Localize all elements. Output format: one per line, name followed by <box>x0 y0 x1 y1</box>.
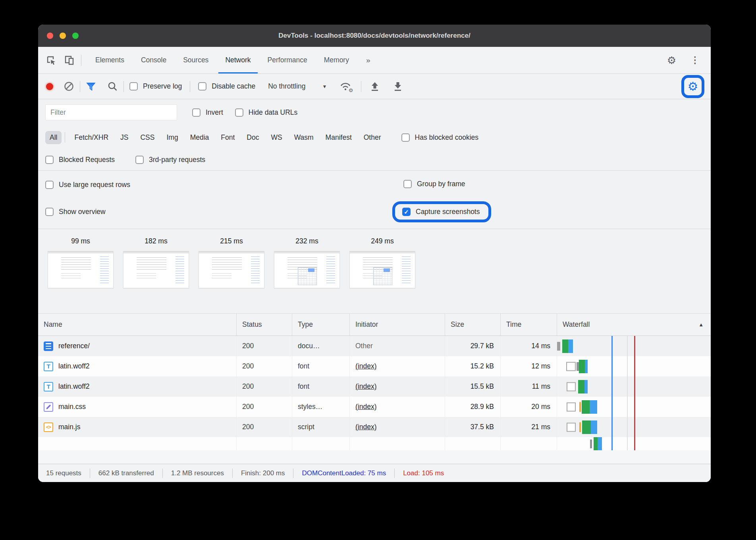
divider <box>361 81 361 92</box>
tab-elements[interactable]: Elements <box>87 47 133 73</box>
chip-font[interactable]: Font <box>216 131 239 144</box>
kebab-menu-icon[interactable]: ⋮ <box>690 56 700 65</box>
initiator-link[interactable]: (index) <box>355 423 377 431</box>
checkbox-label: Blocked Requests <box>59 156 115 164</box>
domcontentloaded-marker-line <box>611 336 613 450</box>
column-header-initiator[interactable]: Initiator <box>350 314 445 336</box>
disable-cache-checkbox[interactable]: ✓ Disable cache <box>198 82 255 91</box>
chip-ws[interactable]: WS <box>266 131 286 144</box>
chip-media[interactable]: Media <box>186 131 214 144</box>
request-name: latin.woff2 <box>58 382 89 391</box>
screenshot-thumbnail[interactable] <box>349 251 415 288</box>
filter-funnel-icon[interactable] <box>86 81 96 92</box>
screenshot-thumbnail[interactable] <box>123 251 189 288</box>
divider <box>162 469 163 478</box>
table-row-latin-woff2-1[interactable]: T latin.woff2 200 font (index) 15.2 kB 1… <box>38 356 711 376</box>
filter-input[interactable] <box>45 104 177 120</box>
preserve-log-checkbox[interactable]: ✓ Preserve log <box>129 82 182 91</box>
column-header-type[interactable]: Type <box>292 314 350 336</box>
summary-requests: 15 requests <box>46 469 81 477</box>
column-header-waterfall[interactable]: Waterfall ▲ <box>557 314 711 336</box>
has-blocked-cookies-checkbox[interactable]: ✓ Has blocked cookies <box>401 133 479 142</box>
checkbox-label: Invert <box>206 108 223 117</box>
group-by-frame-checkbox[interactable]: ✓ Group by frame <box>403 180 465 188</box>
device-toolbar-icon[interactable] <box>64 55 75 66</box>
chip-doc[interactable]: Doc <box>242 131 263 144</box>
network-settings-gear-highlighted[interactable]: ⚙ <box>681 75 704 98</box>
inspect-element-icon[interactable] <box>46 55 56 66</box>
checkbox-label: Group by frame <box>417 180 465 188</box>
request-time: 12 ms <box>501 356 557 376</box>
chip-all[interactable]: All <box>45 131 62 144</box>
network-conditions-icon[interactable]: ⚙ <box>339 81 352 93</box>
chip-img[interactable]: Img <box>162 131 182 144</box>
search-icon[interactable] <box>107 81 118 92</box>
desktop: { "window": { "title": "DevTools - local… <box>0 0 756 540</box>
request-time: 21 ms <box>501 417 557 437</box>
screenshot-thumbnail[interactable] <box>274 251 340 288</box>
tab-network[interactable]: Network <box>217 47 259 73</box>
throttling-value: No throttling <box>268 82 305 91</box>
initiator-link[interactable]: (index) <box>355 403 377 411</box>
divider <box>293 469 293 478</box>
third-party-requests-checkbox[interactable]: ✓ 3rd-party requests <box>135 156 205 164</box>
network-summary-bar: 15 requests 662 kB transferred 1.2 MB re… <box>38 464 711 482</box>
blocked-requests-checkbox[interactable]: ✓ Blocked Requests <box>45 156 115 164</box>
table-row-main-css[interactable]: main.css 200 styles… (index) 28.9 kB 20 … <box>38 397 711 417</box>
chip-other[interactable]: Other <box>359 131 386 144</box>
column-header-status[interactable]: Status <box>237 314 292 336</box>
chip-fetch-xhr[interactable]: Fetch/XHR <box>70 131 113 144</box>
screenshot-thumbnail[interactable] <box>199 251 264 288</box>
initiator-link[interactable]: (index) <box>355 362 377 370</box>
hide-data-urls-checkbox[interactable]: ✓ Hide data URLs <box>235 108 298 117</box>
checkbox-label: Hide data URLs <box>249 108 298 117</box>
table-row-main-js[interactable]: <> main.js 200 script (index) 37.5 kB 21… <box>38 417 711 437</box>
show-overview-checkbox[interactable]: ✓ Show overview <box>45 208 106 216</box>
column-header-name[interactable]: Name <box>38 314 237 336</box>
summary-finish: Finish: 200 ms <box>241 469 285 477</box>
invert-checkbox[interactable]: ✓ Invert <box>192 108 223 117</box>
tab-performance[interactable]: Performance <box>259 47 316 73</box>
use-large-request-rows-checkbox[interactable]: ✓ Use large request rows <box>45 181 130 189</box>
resource-type-filter-bar: All Fetch/XHR JS CSS Img Media Font Doc … <box>38 125 711 149</box>
chip-wasm[interactable]: Wasm <box>290 131 318 144</box>
font-file-icon: T <box>44 382 53 392</box>
import-har-icon[interactable] <box>370 81 380 92</box>
initiator-link[interactable]: (index) <box>355 382 377 391</box>
request-time: 11 ms <box>501 376 557 397</box>
checkbox-box: ✓ <box>192 108 201 117</box>
settings-gear-icon[interactable]: ⚙ <box>667 55 676 66</box>
request-name: latin.woff2 <box>58 362 89 370</box>
summary-resources: 1.2 MB resources <box>171 469 224 477</box>
record-network-log-button[interactable] <box>46 83 53 90</box>
request-size: 28.9 kB <box>445 397 501 417</box>
throttling-dropdown[interactable]: No throttling ▼ <box>268 82 327 91</box>
column-header-time[interactable]: Time <box>501 314 557 336</box>
table-row-latin-woff2-2[interactable]: T latin.woff2 200 font (index) 15.5 kB 1… <box>38 376 711 397</box>
request-size: 37.5 kB <box>445 417 501 437</box>
column-header-size[interactable]: Size <box>445 314 501 336</box>
screenshot-filmstrip: 99 ms 182 ms 215 ms 232 ms 249 ms <box>38 229 711 313</box>
tab-sources[interactable]: Sources <box>175 47 217 73</box>
divider <box>123 81 124 92</box>
window-titlebar[interactable]: DevTools - localhost:8080/docs/devtools/… <box>38 25 711 47</box>
chip-manifest[interactable]: Manifest <box>321 131 356 144</box>
tab-console[interactable]: Console <box>133 47 175 73</box>
divider <box>81 55 81 66</box>
export-har-icon[interactable] <box>393 81 403 92</box>
filmstrip-frame: 215 ms <box>199 237 264 313</box>
clear-network-log-icon[interactable] <box>64 81 74 92</box>
devtools-window: DevTools - localhost:8080/docs/devtools/… <box>38 25 711 482</box>
chip-js[interactable]: JS <box>116 131 133 144</box>
frame-timestamp: 249 ms <box>371 237 393 245</box>
more-tabs-button[interactable]: » <box>357 47 379 73</box>
table-row-partial[interactable] <box>38 437 711 450</box>
divider <box>90 469 90 478</box>
table-header: Name Status Type Initiator Size Time Wat… <box>38 314 711 336</box>
table-row-reference[interactable]: reference/ 200 docu… Other 29.7 kB 14 ms <box>38 336 711 356</box>
screenshot-thumbnail[interactable] <box>48 251 114 288</box>
request-size: 15.5 kB <box>445 376 501 397</box>
chip-css[interactable]: CSS <box>136 131 159 144</box>
capture-screenshots-checkbox[interactable]: ✓ Capture screenshots <box>402 208 480 216</box>
tab-memory[interactable]: Memory <box>316 47 357 73</box>
